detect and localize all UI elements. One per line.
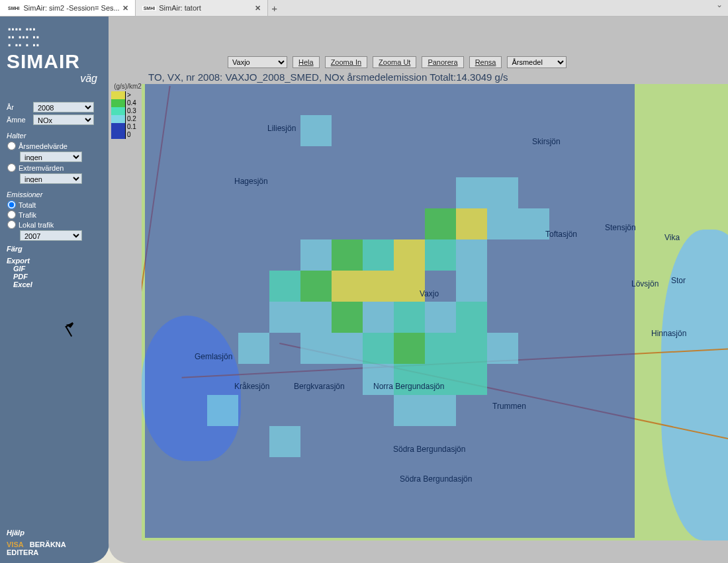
pdf-link[interactable]: PDF [13,273,105,281]
arsmedel-select[interactable]: ingen [20,152,82,162]
legend-row: 0 [111,131,144,139]
emission-cell [269,271,300,302]
logo-subtitle: väg [7,73,105,85]
legend-swatch [111,107,126,115]
emission-cell [332,302,363,333]
emission-cell [300,239,332,271]
emission-cell [332,239,363,271]
extrem-label: Extremvärden [19,164,64,172]
zoomin-button[interactable]: Zooma In [325,56,367,68]
close-icon[interactable]: ✕ [122,4,128,13]
emissioner-title: Emissioner [7,191,105,198]
export-link[interactable]: Export [7,257,105,265]
emission-cell [425,395,456,426]
gif-link[interactable]: GIF [13,265,105,273]
location-select[interactable]: Vaxjo [228,56,287,68]
emission-cell [238,333,269,364]
emission-cell [456,177,487,208]
emission-cell [487,177,518,208]
place-label: Bergkvarasjön [294,382,345,391]
rensa-button[interactable]: Rensa [469,56,502,68]
trafik-radio[interactable] [7,210,16,219]
excel-link[interactable]: Excel [13,281,105,288]
arsmedel-label: Årsmedelvärde [19,142,68,150]
emission-cell [300,333,332,364]
place-label: Toftasjön [545,230,577,239]
lokal-label: Lokal trafik [19,221,54,229]
legend-row: 0.1 [111,123,144,131]
emission-cell [487,333,518,364]
place-label: Norra Bergundasjön [373,382,444,391]
arsmedel-select[interactable]: Årsmedel [507,56,567,68]
sidebar: ···· ····· ··· ··· ·· · ·· SIMAIR väg År… [0,17,109,563]
emission-cell [487,208,518,239]
legend: (g/s)/km2 >0.40.30.20.10 [111,83,144,139]
editera-link[interactable]: EDITERA [7,548,38,556]
year-label: År [7,103,29,111]
legend-row: > [111,91,144,99]
main-panel: Vaxjo Hela Zooma In Zooma Ut Panorera Re… [109,17,728,563]
place-label: Kråkesjön [234,382,269,391]
place-label: Stensjön [605,223,636,232]
amne-select[interactable]: NOx [33,114,94,125]
add-tab-button[interactable]: + [268,0,281,16]
tab-logo: SMHI [7,6,21,11]
extrem-select[interactable]: ingen [20,173,82,184]
tab-label: SimAir: tatort [159,4,201,12]
place-label: Trummen [492,402,526,411]
legend-label: 0.2 [127,115,136,123]
legend-label: 0.1 [127,123,136,131]
visa-link[interactable]: VISA [7,541,24,548]
map-canvas[interactable]: LiliesjönHagesjönSkirsjönStensjönToftasj… [142,84,728,541]
year-select[interactable]: 2008 [33,102,94,112]
tab-tatort[interactable]: SMHI SimAir: tatort ✕ [136,0,268,16]
emission-cell [456,364,487,395]
place-label: Liliesjön [267,124,296,133]
legend-swatch [111,131,126,139]
amne-label: Ämne [7,116,29,124]
place-label: Lövsjön [631,279,659,288]
tab-sim2[interactable]: SMHI SimAir: sim2 -Session= Ses... ✕ [0,0,136,16]
emission-cell [518,208,549,239]
place-label: Vaxjo [420,289,439,298]
place-label: Gemlasjön [195,352,232,361]
legend-swatch [111,115,126,123]
logo: ···· ····· ··· ··· ·· · ·· SIMAIR väg [7,21,105,100]
farg-link[interactable]: Färg [7,245,105,253]
legend-label: 0.3 [127,107,136,115]
emission-cell [425,302,456,333]
logo-dots-icon: ···· ····· ··· ··· ·· · ·· [7,24,105,48]
hela-button[interactable]: Hela [293,56,320,68]
close-icon[interactable]: ✕ [255,4,261,13]
place-label: Södra Bergundasjön [400,474,472,484]
lokal-year-select[interactable]: 2007 [20,230,82,241]
emission-cell [363,239,394,271]
emission-cell [456,271,487,302]
emission-cell [363,302,394,333]
berakna-link[interactable]: BERÄKNA [30,541,66,548]
lokal-radio[interactable] [7,220,16,229]
emission-cell [269,302,300,333]
legend-label: 0 [127,131,131,139]
extrem-radio[interactable] [7,163,16,172]
chart-title: TO, VX, nr 2008: VAXJO_2008_SMED, NOx år… [148,71,508,83]
totalt-radio[interactable] [7,200,16,209]
arsmedel-radio[interactable] [7,142,16,150]
emission-cell [394,302,425,333]
zoomut-button[interactable]: Zooma Ut [373,56,416,68]
emission-cell [456,333,487,364]
emission-cell [425,333,456,364]
toolbar: Vaxjo Hela Zooma In Zooma Ut Panorera Re… [228,56,567,68]
emission-cell [425,239,456,271]
legend-label: 0.4 [127,99,136,107]
panorera-button[interactable]: Panorera [422,56,463,68]
emission-cell [300,302,332,333]
legend-swatch [111,123,126,131]
legend-unit: (g/s)/km2 [111,83,144,91]
legend-row: 0.3 [111,107,144,115]
hjalp-link[interactable]: Hjälp [7,529,103,537]
emission-cell [456,239,487,271]
legend-row: 0.2 [111,115,144,123]
place-label: Vika [664,233,680,242]
chevron-down-icon[interactable]: ⌄ [711,0,728,16]
